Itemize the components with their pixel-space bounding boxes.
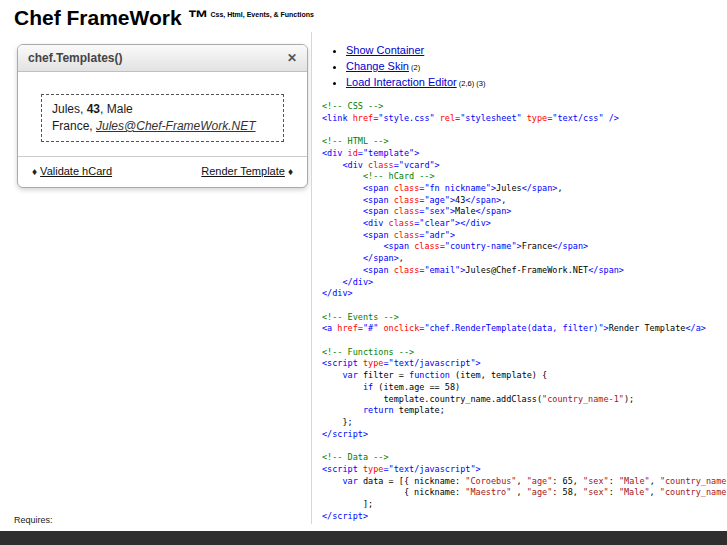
code-line: </span>, (322, 253, 727, 265)
code-line: <!-- CSS --> (322, 101, 727, 113)
validate-action: ♦Validate hCard (29, 165, 112, 177)
code-line: <span class="adr"> (322, 230, 727, 242)
menu-link[interactable]: Load Interaction Editor (346, 76, 457, 88)
dialog-actions: ♦Validate hCard Render Template♦ (18, 156, 307, 187)
diamond-icon: ♦ (288, 166, 293, 177)
page-title-text: Chef FrameWork ™ (14, 6, 209, 29)
dialog-title: chef.Templates() (28, 51, 122, 65)
footer-bar (0, 531, 727, 545)
code-line: <!-- Events --> (322, 312, 727, 324)
render-template-link[interactable]: Render Template (201, 165, 285, 177)
code-line (322, 335, 727, 347)
hcard-name: Jules, (52, 102, 87, 116)
menu-item: Change Skin (2) (346, 60, 727, 72)
code-line: return template; (322, 405, 727, 417)
menu-item: Load Interaction Editor (2,6) (3) (346, 76, 727, 88)
code-line: template.country_name.addClass("country_… (322, 394, 727, 406)
hcard-line2: France, Jules@Chef-FrameWork.NET (52, 118, 273, 135)
requires-label: Requires: (14, 515, 53, 525)
code-line: <span class="age">43</span>, (322, 195, 727, 207)
hcard-age: 43 (87, 102, 100, 116)
code-line: <!-- Functions --> (322, 347, 727, 359)
code-line: <span class="email">Jules@Chef-FrameWork… (322, 265, 727, 277)
code-line: <div class="vcard"> (322, 160, 727, 172)
code-line: <a href="#" onclick="chef.RenderTemplate… (322, 323, 727, 335)
code-line: ]; (322, 499, 727, 511)
dialog-header[interactable]: chef.Templates() ✕ (18, 45, 307, 72)
diamond-icon: ♦ (32, 166, 37, 177)
code-line: <span class="sex">Male</span> (322, 206, 727, 218)
hcard-box: Jules, 43, Male France, Jules@Chef-Frame… (41, 94, 284, 142)
code-line: <span class="fn nickname">Jules</span>, (322, 183, 727, 195)
code-line: </div> (322, 277, 727, 289)
page-subtitle: Css, Html, Events, & Functions (211, 11, 314, 18)
hcard-country: France, (52, 119, 96, 133)
code-line (322, 440, 727, 452)
menu-item: Show Container (346, 44, 727, 56)
dialog-body: Jules, 43, Male France, Jules@Chef-Frame… (18, 72, 307, 142)
code-line: <link href="style.css" rel="stylesheet" … (322, 113, 727, 125)
hcard-line1: Jules, 43, Male (52, 101, 273, 118)
menu-suffix: (2,6) (3) (457, 79, 486, 88)
code-line: }; (322, 417, 727, 429)
code-line: <div id="template"> (322, 148, 727, 160)
page-title: Chef FrameWork ™Css, Html, Events, & Fun… (14, 6, 314, 29)
code-line: <script type="text/javascript"> (322, 464, 727, 476)
code-line: </script> (322, 429, 727, 441)
right-column: Show ContainerChange Skin (2)Load Intera… (311, 32, 727, 524)
menu-list: Show ContainerChange Skin (2)Load Intera… (322, 44, 727, 88)
render-action: Render Template♦ (201, 165, 296, 177)
page-header: Chef FrameWork ™Css, Html, Events, & Fun… (0, 0, 727, 32)
validate-hcard-link[interactable]: Validate hCard (40, 165, 112, 177)
code-line: <!-- HTML --> (322, 136, 727, 148)
templates-dialog: chef.Templates() ✕ Jules, 43, Male Franc… (17, 44, 308, 188)
code-line (322, 300, 727, 312)
code-line: <script type="text/javascript"> (322, 358, 727, 370)
close-icon[interactable]: ✕ (287, 52, 297, 64)
code-block: <!-- CSS --><link href="style.css" rel="… (322, 101, 727, 522)
code-line: { nickname: "Maestro" , "age": 58, "sex"… (322, 487, 727, 499)
hcard-sex: , Male (100, 102, 133, 116)
code-line (322, 124, 727, 136)
code-line: </div> (322, 288, 727, 300)
menu-suffix: (2) (409, 63, 420, 72)
hcard-email-link[interactable]: Jules@Chef-FrameWork.NET (96, 119, 256, 133)
code-line: var filter = function (item, template) { (322, 370, 727, 382)
code-line: <div class="clear"></div> (322, 218, 727, 230)
code-line: <!-- Data --> (322, 452, 727, 464)
code-line: </script> (322, 511, 727, 523)
code-line: if (item.age == 58) (322, 382, 727, 394)
code-line: <span class="country-name">France</span> (322, 241, 727, 253)
menu-link[interactable]: Show Container (346, 44, 424, 56)
left-column: chef.Templates() ✕ Jules, 43, Male Franc… (0, 32, 311, 524)
content: chef.Templates() ✕ Jules, 43, Male Franc… (0, 32, 727, 524)
menu-link[interactable]: Change Skin (346, 60, 409, 72)
code-line: <!-- hCard --> (322, 171, 727, 183)
code-line: var data = [{ nickname: "Coroebus", "age… (322, 476, 727, 488)
